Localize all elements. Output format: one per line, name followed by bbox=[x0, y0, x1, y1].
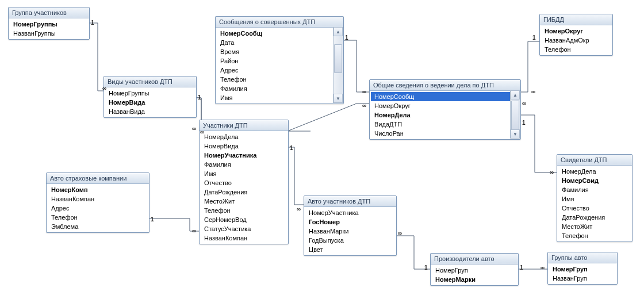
field-row[interactable]: НомерДела bbox=[558, 167, 631, 176]
field-row[interactable]: Телефон bbox=[217, 75, 333, 84]
field-row[interactable]: Имя bbox=[558, 194, 631, 204]
field-row[interactable]: НомерДела bbox=[201, 132, 287, 141]
table-auto_participants[interactable]: Авто участников ДТПНомерУчастникаГосНоме… bbox=[304, 195, 397, 256]
cardinality-label: 1 bbox=[522, 120, 526, 126]
table-types_participants[interactable]: Виды участников ДТПНомерГруппыНомерВидаН… bbox=[103, 76, 197, 118]
field-row[interactable]: НомерСообщ bbox=[371, 92, 510, 101]
table-title: Группы авто bbox=[548, 252, 617, 263]
field-row[interactable]: НомерГруп bbox=[432, 266, 517, 275]
cardinality-label: 1 bbox=[345, 34, 348, 41]
table-body: НомерДелаНомерВидаНомерУчастникаФамилияИ… bbox=[200, 131, 288, 244]
cardinality-label: ∞ bbox=[550, 169, 554, 175]
field-row[interactable]: Имя bbox=[201, 169, 287, 178]
field-row[interactable]: СтатусУчастика bbox=[201, 224, 287, 233]
cardinality-label: ∞ bbox=[362, 89, 366, 95]
table-title: Общие сведения о ведении дела по ДТП bbox=[370, 80, 520, 91]
field-row[interactable]: НомерГруппы bbox=[105, 89, 195, 98]
field-row[interactable]: НомерГруп bbox=[549, 264, 616, 274]
cardinality-label: ∞ bbox=[362, 102, 366, 109]
field-row[interactable]: НомерСообщ bbox=[217, 29, 333, 38]
field-row[interactable]: ГосНомер bbox=[305, 217, 395, 227]
table-title: Группа участников bbox=[9, 7, 89, 18]
field-row[interactable]: ЧислоРан bbox=[371, 129, 510, 138]
field-row[interactable]: НазванКомпан bbox=[48, 194, 148, 204]
table-title: Свидетели ДТП bbox=[557, 155, 632, 166]
field-row[interactable]: Адрес bbox=[217, 66, 333, 75]
field-row[interactable]: Время bbox=[217, 47, 333, 56]
field-row[interactable]: Отчество bbox=[201, 178, 287, 187]
field-row[interactable]: ДатаРождения bbox=[201, 187, 287, 197]
field-row[interactable]: НазванГруппы bbox=[10, 29, 88, 38]
field-row[interactable]: НазванГруп bbox=[549, 274, 616, 283]
cardinality-label: 1 bbox=[424, 264, 428, 271]
field-row[interactable]: НомерВида bbox=[105, 98, 195, 107]
table-manufacturers[interactable]: Производители автоНомерГрупНомерМарки bbox=[430, 253, 519, 286]
field-row[interactable]: НазванМарки bbox=[305, 227, 395, 236]
field-row[interactable]: ДатаРождения bbox=[558, 213, 631, 222]
table-participants[interactable]: Участники ДТПНомерДелаНомерВидаНомерУчас… bbox=[199, 120, 289, 244]
table-auto_groups[interactable]: Группы автоНомерГрупНазванГруп bbox=[547, 252, 618, 285]
field-row[interactable]: МестоЖит bbox=[558, 222, 631, 231]
field-row[interactable]: Адрес bbox=[48, 204, 148, 213]
field-row[interactable]: ГодВыпуска bbox=[305, 236, 395, 245]
cardinality-label: 1 bbox=[91, 20, 94, 26]
cardinality-label: ∞ bbox=[398, 230, 402, 236]
field-row[interactable]: Имя bbox=[217, 93, 333, 102]
field-row[interactable]: НазванАдмОкр bbox=[541, 36, 611, 45]
table-body: НомерДелаНомерСвидФамилияИмяОтчествоДата… bbox=[557, 166, 632, 241]
field-row[interactable]: НазванВида bbox=[105, 107, 195, 116]
field-row[interactable]: НомерКомп bbox=[48, 185, 148, 194]
field-row[interactable]: Фамилия bbox=[217, 84, 333, 93]
table-witnesses[interactable]: Свидетели ДТПНомерДелаНомерСвидФамилияИм… bbox=[557, 154, 632, 242]
field-row[interactable]: СерНомерВод bbox=[201, 215, 287, 224]
cardinality-label: ∞ bbox=[297, 206, 301, 212]
field-row[interactable]: Телефон bbox=[48, 213, 148, 222]
scroll-up-icon[interactable]: ▲ bbox=[511, 90, 520, 99]
field-row[interactable]: НомерОкруг bbox=[371, 101, 510, 110]
field-row[interactable]: НомерДела bbox=[371, 110, 510, 120]
field-row[interactable]: Цвет bbox=[305, 245, 395, 254]
table-title: ГИБДД bbox=[540, 14, 612, 25]
table-body: НомерСообщДатаВремяРайонАдресТелефонФами… bbox=[216, 28, 343, 103]
cardinality-label: ∞ bbox=[522, 100, 526, 106]
table-body: НомерУчастникаГосНомерНазванМаркиГодВыпу… bbox=[304, 207, 396, 255]
field-row[interactable]: Телефон bbox=[558, 231, 631, 240]
table-body: НомерГрупНазванГруп bbox=[548, 263, 617, 284]
field-row[interactable]: НомерВида bbox=[201, 141, 287, 151]
table-messages[interactable]: Сообщения о совершенных ДТПНомерСообщДат… bbox=[215, 16, 344, 104]
field-row[interactable]: Отчество bbox=[558, 204, 631, 213]
table-body: НомерОкругНазванАдмОкрТелефон bbox=[540, 25, 612, 55]
scrollbar[interactable]: ▲▼ bbox=[510, 90, 520, 139]
cardinality-label: ∞ bbox=[200, 129, 204, 135]
field-row[interactable]: НомерОкруг bbox=[541, 26, 611, 36]
field-row[interactable]: МестоЖит bbox=[201, 197, 287, 206]
cardinality-label: ∞ bbox=[540, 264, 545, 271]
field-row[interactable]: НомерУчастника bbox=[201, 151, 287, 160]
field-row[interactable]: Телефон bbox=[541, 45, 611, 54]
scroll-down-icon[interactable]: ▼ bbox=[511, 129, 520, 139]
cardinality-label: 1 bbox=[151, 216, 154, 223]
field-row[interactable]: НомерСвид bbox=[558, 176, 631, 185]
table-general_case[interactable]: Общие сведения о ведении дела по ДТПНоме… bbox=[369, 79, 521, 140]
field-row[interactable]: Район bbox=[217, 56, 333, 66]
scroll-thumb[interactable] bbox=[334, 44, 342, 73]
table-insurance[interactable]: Авто страховые компанииНомерКомпНазванКо… bbox=[46, 172, 150, 233]
field-row[interactable]: НомерГруппы bbox=[10, 20, 88, 29]
field-row[interactable]: Телефон bbox=[201, 206, 287, 215]
scroll-up-icon[interactable]: ▲ bbox=[334, 27, 343, 36]
field-row[interactable]: НомерМарки bbox=[432, 275, 517, 284]
table-title: Авто участников ДТП bbox=[304, 196, 396, 207]
table-gibdd[interactable]: ГИБДДНомерОкругНазванАдмОкрТелефон bbox=[539, 14, 613, 56]
scrollbar[interactable]: ▲▼ bbox=[333, 27, 343, 103]
cardinality-label: 1 bbox=[290, 145, 293, 151]
field-row[interactable]: Фамилия bbox=[558, 185, 631, 194]
table-group_participants[interactable]: Группа участниковНомерГруппыНазванГруппы bbox=[8, 7, 90, 40]
cardinality-label: 1 bbox=[520, 264, 523, 271]
scroll-down-icon[interactable]: ▼ bbox=[334, 94, 343, 103]
field-row[interactable]: Дата bbox=[217, 38, 333, 47]
field-row[interactable]: НомерУчастника bbox=[305, 208, 395, 217]
field-row[interactable]: ВидаДТП bbox=[371, 120, 510, 129]
field-row[interactable]: Фамилия bbox=[201, 160, 287, 169]
field-row[interactable]: НазванКомпан bbox=[201, 233, 287, 243]
field-row[interactable]: Эмблема bbox=[48, 222, 148, 231]
